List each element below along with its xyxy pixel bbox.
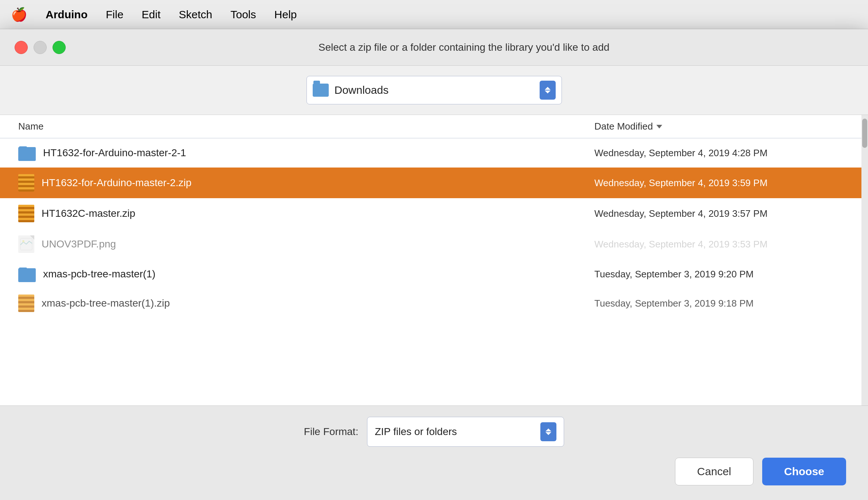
- format-stepper-up-icon: [545, 428, 551, 431]
- zip-icon: [18, 174, 34, 192]
- format-stepper-down-icon: [545, 432, 551, 435]
- file-list-container: Name Date Modified: [0, 115, 868, 405]
- cancel-button[interactable]: Cancel: [675, 458, 753, 485]
- file-date: Tuesday, September 3, 2019 9:20 PM: [594, 269, 850, 280]
- file-name-text: HT1632C-master.zip: [42, 208, 135, 219]
- table-row[interactable]: HT1632-for-Arduino-master-2-1 Wednesday,…: [0, 138, 868, 168]
- file-format-label: File Format:: [304, 426, 358, 438]
- menu-arduino[interactable]: Arduino: [46, 8, 88, 21]
- scrollbar[interactable]: [861, 115, 868, 405]
- file-name-text: xmas-pcb-tree-master(1).zip: [42, 297, 170, 309]
- maximize-button[interactable]: [53, 41, 66, 54]
- col-header-date: Date Modified: [594, 121, 850, 132]
- folder-nav-icon: [313, 84, 329, 97]
- format-stepper[interactable]: [540, 422, 556, 441]
- file-name-area: HT1632-for-Arduino-master-2.zip: [18, 174, 594, 192]
- close-button[interactable]: [15, 41, 28, 54]
- apple-menu-icon[interactable]: 🍎: [11, 7, 27, 22]
- file-name-area: UNOV3PDF.png: [18, 235, 594, 253]
- file-date: Wednesday, September 4, 2019 3:59 PM: [594, 177, 850, 189]
- file-date: Wednesday, September 4, 2019 3:53 PM: [594, 239, 850, 250]
- menubar: 🍎 Arduino File Edit Sketch Tools Help: [0, 0, 868, 29]
- file-name-text: UNOV3PDF.png: [42, 238, 116, 250]
- traffic-lights: [15, 41, 66, 54]
- file-name-text: HT1632-for-Arduino-master-2-1: [43, 147, 186, 159]
- menu-sketch[interactable]: Sketch: [179, 8, 212, 21]
- col-header-name: Name: [18, 121, 594, 132]
- svg-point-1: [22, 240, 24, 242]
- file-name-area: HT1632C-master.zip: [18, 205, 594, 222]
- file-name-area: xmas-pcb-tree-master(1): [18, 266, 594, 282]
- table-row[interactable]: HT1632-for-Arduino-master-2.zip Wednesda…: [0, 168, 868, 198]
- title-bar: Select a zip file or a folder containing…: [0, 29, 868, 66]
- menu-edit[interactable]: Edit: [142, 8, 161, 21]
- table-row[interactable]: HT1632C-master.zip Wednesday, September …: [0, 198, 868, 229]
- stepper-down-icon: [545, 91, 551, 93]
- file-date: Tuesday, September 3, 2019 9:18 PM: [594, 298, 850, 309]
- file-dialog: Select a zip file or a folder containing…: [0, 29, 868, 500]
- column-headers: Name Date Modified: [0, 115, 868, 138]
- table-row[interactable]: xmas-pcb-tree-master(1) Tuesday, Septemb…: [0, 259, 868, 289]
- file-format-selector[interactable]: ZIP files or folders: [367, 417, 564, 447]
- folder-stepper[interactable]: [540, 81, 556, 100]
- choose-button[interactable]: Choose: [762, 458, 846, 485]
- file-rows: HT1632-for-Arduino-master-2-1 Wednesday,…: [0, 138, 868, 405]
- menu-file[interactable]: File: [106, 8, 123, 21]
- file-format-value: ZIP files or folders: [375, 426, 533, 438]
- minimize-button[interactable]: [34, 41, 47, 54]
- table-row[interactable]: xmas-pcb-tree-master(1).zip Tuesday, Sep…: [0, 289, 868, 318]
- buttons-row: Cancel Choose: [22, 458, 846, 489]
- file-date: Wednesday, September 4, 2019 3:57 PM: [594, 208, 850, 219]
- dialog-wrapper: Select a zip file or a folder containing…: [0, 29, 868, 500]
- file-date: Wednesday, September 4, 2019 4:28 PM: [594, 147, 850, 159]
- menu-help[interactable]: Help: [274, 8, 297, 21]
- dialog-title: Select a zip file or a folder containing…: [74, 42, 853, 53]
- menu-tools[interactable]: Tools: [231, 8, 256, 21]
- png-icon: [18, 235, 34, 253]
- folder-icon: [18, 146, 36, 161]
- file-format-row: File Format: ZIP files or folders: [22, 417, 846, 447]
- folder-selector[interactable]: Downloads: [306, 76, 562, 104]
- file-name-text: HT1632-for-Arduino-master-2.zip: [42, 177, 192, 189]
- table-row[interactable]: UNOV3PDF.png Wednesday, September 4, 201…: [0, 229, 868, 259]
- zip-icon: [18, 295, 34, 312]
- file-name-area: HT1632-for-Arduino-master-2-1: [18, 145, 594, 161]
- folder-name: Downloads: [335, 84, 534, 96]
- zip-icon: [18, 205, 34, 222]
- file-name-area: xmas-pcb-tree-master(1).zip: [18, 295, 594, 312]
- scrollbar-thumb[interactable]: [862, 119, 867, 148]
- folder-icon: [18, 268, 36, 282]
- file-list-area: Name Date Modified: [0, 115, 868, 405]
- stepper-up-icon: [545, 87, 551, 90]
- bottom-bar: File Format: ZIP files or folders Cancel…: [0, 405, 868, 500]
- file-name-text: xmas-pcb-tree-master(1): [43, 268, 155, 280]
- sort-arrow-icon: [656, 125, 662, 128]
- nav-bar: Downloads: [0, 66, 868, 115]
